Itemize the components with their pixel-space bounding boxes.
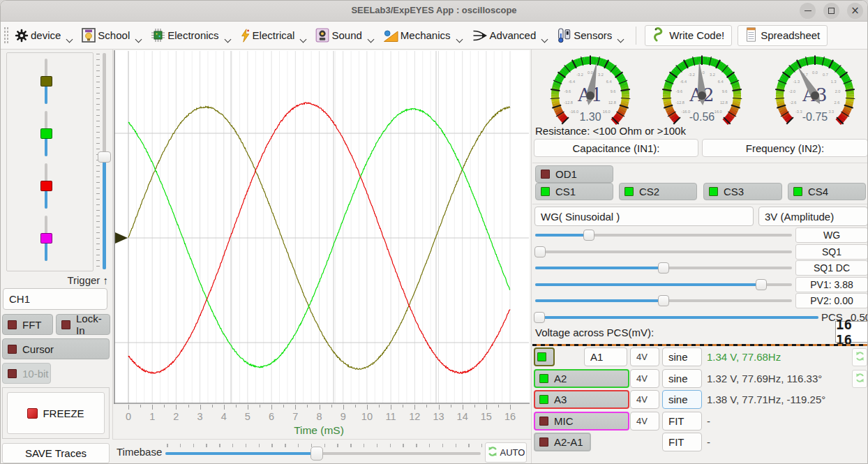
waveform-canvas[interactable] (114, 50, 530, 404)
timebase-slider-handle[interactable] (310, 447, 323, 461)
channel-mic-enable[interactable]: MIC (534, 412, 629, 431)
trace-slider-fill-a1 (45, 84, 47, 104)
slider-label-pv1-3-88[interactable]: PV1: 3.88 (795, 277, 868, 292)
x-tick (188, 405, 189, 407)
channel-a1-range-select[interactable]: 4V (630, 347, 659, 366)
capacitance-button[interactable]: Capacitance (IN1): (534, 139, 698, 157)
x-tick (439, 405, 440, 410)
trace-slider-handle-a2[interactable] (40, 128, 52, 139)
slider-label-sq1[interactable]: SQ1 (795, 244, 868, 260)
close-button[interactable]: × (847, 3, 863, 19)
trace-slider-handle-mic[interactable] (40, 233, 52, 244)
frequency-label: Frequency (IN2): (746, 142, 825, 154)
x-tick-label: 11 (386, 411, 396, 422)
x-tick-label: 1 (149, 411, 155, 422)
trace-slider-handle-a1[interactable] (40, 76, 52, 87)
gauge-a2: 0.03.2-3.26.4-6.49.6-9.612.8-12.816.0-16… (650, 52, 754, 125)
menu-device[interactable]: device (13, 27, 76, 45)
trigger-level-handle[interactable] (98, 151, 111, 163)
x-tick (474, 405, 475, 407)
menu-school[interactable]: School (80, 26, 145, 45)
channel-a1-enable[interactable] (534, 347, 555, 366)
output-toggle-cs4[interactable]: CS4 (788, 183, 866, 200)
slider-label-pv2-0-00[interactable]: PV2: 0.00 (795, 293, 868, 308)
auto-button[interactable]: AUTO (485, 442, 527, 463)
menu-electrical[interactable]: Electrical (239, 27, 310, 45)
menu-advanced[interactable]: Advanced (470, 27, 552, 45)
slider-handle[interactable] (658, 295, 669, 306)
toggle-cursor[interactable]: Cursor (2, 338, 110, 359)
menu-sound[interactable]: Sound (314, 26, 377, 45)
spreadsheet-button[interactable]: Spreadsheet (738, 25, 828, 46)
x-tick-label: 12 (409, 411, 420, 422)
channel-a2-a1-enable[interactable]: A2-A1 (534, 433, 591, 451)
trigger-source-select[interactable]: CH1 (3, 288, 107, 310)
svg-text:-2.6: -2.6 (790, 100, 797, 105)
menu-electronics[interactable]: Electronics (149, 26, 234, 45)
channel-a2-enable[interactable]: A2 (534, 369, 629, 388)
checkbox-icon (539, 395, 548, 404)
toggle-lock-in[interactable]: Lock-In (56, 314, 110, 335)
x-tick (426, 405, 427, 407)
slider-label-wg[interactable]: WG (795, 227, 868, 243)
channel-a2-a1-fit-select[interactable]: FIT (662, 433, 702, 451)
minimize-button[interactable] (800, 3, 816, 19)
advanced-icon (472, 29, 488, 43)
slider-handle[interactable] (756, 279, 767, 290)
channel-label: A2 (554, 373, 567, 384)
freeze-button[interactable]: FREEZE (7, 392, 105, 434)
amplitude-select[interactable]: 3V (Amplitude) (758, 207, 868, 226)
x-tick (307, 405, 308, 407)
slider-pcs-handle[interactable] (534, 312, 545, 323)
write-code--button[interactable]: Write Code! (645, 25, 732, 46)
checkbox-icon (709, 187, 718, 196)
channel-a1-refresh-button[interactable] (852, 348, 867, 366)
x-tick (320, 405, 320, 410)
output-toggle-cs3[interactable]: CS3 (703, 183, 782, 200)
timebase-slider[interactable] (165, 452, 481, 455)
trigger-label: Trigger ↑ (67, 274, 108, 286)
slider-handle[interactable] (658, 262, 669, 274)
save-traces-button[interactable]: SAVE Traces (2, 443, 110, 463)
slider-handle[interactable] (534, 246, 546, 257)
channel-a1-select[interactable]: A1 (584, 347, 627, 366)
channel-a2-fit-select[interactable]: sine (662, 369, 702, 388)
channel-a2-range-select[interactable]: 4V (630, 369, 659, 388)
channel-mic-measurement: - (707, 415, 710, 427)
x-tick (510, 405, 511, 410)
amplitude-select-value: 3V (Amplitude) (765, 211, 834, 223)
channel-a1-fit-select[interactable]: sine (662, 347, 702, 366)
maximize-button[interactable] (823, 3, 839, 19)
channel-a2-a1-measurement: - (707, 436, 710, 448)
channel-a3-enable[interactable]: A3 (534, 390, 629, 409)
svg-text:2.0: 2.0 (835, 89, 841, 93)
freeze-panel: FREEZE (2, 387, 110, 439)
output-toggle-cs1[interactable]: CS1 (535, 183, 613, 200)
trigger-level-fill (103, 161, 106, 269)
channel-a2-refresh-button[interactable] (852, 370, 867, 388)
toggle-10-bit[interactable]: 10-bit (2, 363, 51, 384)
svg-text:9.6: 9.6 (611, 89, 616, 93)
x-tick-label: 7 (292, 411, 298, 422)
trace-slider-fill-a2 (45, 137, 47, 156)
menu-sensors[interactable]: Sensors (555, 26, 627, 45)
output-toggle-od1[interactable]: OD1 (535, 165, 613, 183)
toolbar-drag-handle[interactable] (3, 27, 9, 45)
toggle-fft[interactable]: FFT (2, 314, 53, 335)
x-tick (295, 405, 296, 410)
trace-slider-handle-a3[interactable] (40, 181, 52, 191)
channel-mic-fit-select[interactable]: FIT (662, 412, 702, 431)
frequency-button[interactable]: Frequency (IN2): (702, 139, 868, 157)
slider-sq1[interactable] (535, 250, 792, 253)
output-toggle-cs2[interactable]: CS2 (619, 183, 697, 200)
channel-mic-range-select[interactable]: 4V (630, 412, 659, 431)
channel-a3-range-select[interactable]: 4V (630, 390, 659, 409)
slider-handle[interactable] (583, 230, 594, 241)
channel-a3-fit-select[interactable]: sine (662, 390, 702, 409)
waveform-select[interactable]: WG( Sinusoidal ) (534, 207, 754, 226)
titlebar[interactable]: SEELab3/ExpEYES App : oscilloscope × (1, 1, 867, 22)
spreadsheet-icon (745, 27, 757, 44)
menu-mechanics[interactable]: Mechanics (382, 27, 466, 45)
x-tick (403, 405, 403, 407)
slider-label-sq1-dc[interactable]: SQ1 DC (795, 260, 868, 276)
